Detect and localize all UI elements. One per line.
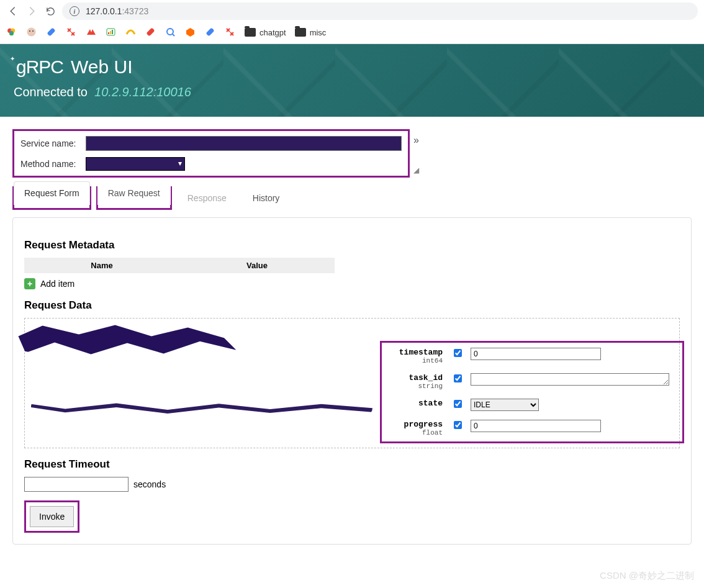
expand-icon[interactable]: » <box>413 135 419 146</box>
browser-chrome: i 127.0.0.1:43723 chatgpt misc <box>0 0 704 44</box>
svg-point-4 <box>27 28 36 37</box>
invoke-button[interactable]: Invoke <box>30 506 74 527</box>
field-enable-checkbox[interactable] <box>454 421 462 429</box>
forward-button[interactable] <box>25 4 38 18</box>
field-name: progress <box>388 420 443 429</box>
redacted-scribble <box>31 399 372 415</box>
bookmark-folder-label: chatgpt <box>259 28 286 37</box>
metadata-table: Name Value <box>24 258 335 273</box>
plus-icon: + <box>24 278 35 289</box>
bookmark-folder-chatgpt[interactable]: chatgpt <box>245 28 286 37</box>
bookmark-icon-10[interactable] <box>185 27 196 38</box>
metadata-col-value: Value <box>179 258 335 273</box>
app-header: gRPC Web UI Connected to 10.2.9.112:1001… <box>0 44 704 117</box>
svg-rect-9 <box>108 32 109 34</box>
timeout-unit-label: seconds <box>133 479 166 489</box>
field-row-task-id: task_id string <box>388 373 676 390</box>
svg-point-13 <box>167 29 173 35</box>
app-title: Web UI <box>71 57 132 78</box>
metadata-col-name: Name <box>24 258 179 273</box>
request-fields: timestamp int64 task_id string <box>380 341 684 443</box>
request-form-panel: Request Metadata Name Value + Add item R… <box>12 217 692 545</box>
field-row-state: state IDLE <box>388 399 676 411</box>
bookmark-icon-4[interactable] <box>66 27 77 38</box>
connected-address: 10.2.9.112:10016 <box>94 85 191 99</box>
field-type: int64 <box>388 357 443 364</box>
folder-icon <box>245 28 256 37</box>
field-type: float <box>388 429 443 436</box>
field-name: timestamp <box>388 348 443 357</box>
bookmark-icon-8[interactable] <box>145 27 156 38</box>
tab-response: Response <box>177 186 237 210</box>
field-input-timestamp[interactable] <box>471 348 601 360</box>
back-button[interactable] <box>6 4 20 18</box>
tab-history[interactable]: History <box>242 186 291 210</box>
field-enable-checkbox[interactable] <box>454 349 462 357</box>
timeout-input[interactable] <box>24 477 129 492</box>
url-host: 127.0.0.1 <box>86 6 122 16</box>
folder-icon <box>295 28 306 37</box>
bookmark-folder-label: misc <box>310 28 327 37</box>
bookmarks-bar: chatgpt misc <box>0 22 704 43</box>
svg-rect-10 <box>110 31 111 34</box>
svg-rect-12 <box>146 27 155 36</box>
method-name-label: Method name: <box>20 159 86 169</box>
main-content: » ◢ Service name: Method name: Request F… <box>0 117 704 557</box>
request-timeout-heading: Request Timeout <box>24 458 680 471</box>
request-metadata-heading: Request Metadata <box>24 239 680 251</box>
redacted-scribble <box>6 322 248 357</box>
svg-rect-16 <box>205 27 214 36</box>
grpc-logo: gRPC <box>14 57 63 78</box>
request-data-heading: Request Data <box>24 299 680 312</box>
field-enable-checkbox[interactable] <box>454 374 462 382</box>
add-item-label: Add item <box>40 279 74 289</box>
svg-point-5 <box>29 30 30 32</box>
bookmark-icon-2[interactable] <box>26 27 37 38</box>
service-name-label: Service name: <box>20 138 86 148</box>
bookmark-icon-9[interactable] <box>165 27 176 38</box>
service-method-selector: » ◢ Service name: Method name: <box>12 129 410 178</box>
field-row-timestamp: timestamp int64 <box>388 348 676 364</box>
tab-request-form[interactable]: Request Form <box>14 181 90 205</box>
svg-marker-15 <box>186 28 194 37</box>
svg-point-3 <box>10 30 12 33</box>
resize-handle-icon[interactable]: ◢ <box>413 166 419 174</box>
bookmark-icon-11[interactable] <box>205 27 216 38</box>
svg-point-6 <box>32 30 34 32</box>
method-name-select[interactable] <box>86 157 185 171</box>
svg-rect-7 <box>47 27 55 36</box>
bookmark-folder-misc[interactable]: misc <box>295 28 327 37</box>
field-select-state[interactable]: IDLE <box>471 399 539 411</box>
field-type: string <box>388 382 443 390</box>
tab-raw-request[interactable]: Raw Request <box>97 181 171 205</box>
field-name: state <box>388 399 443 408</box>
service-name-select[interactable] <box>86 136 402 151</box>
add-metadata-item[interactable]: + Add item <box>24 278 680 289</box>
bookmark-icon-6[interactable] <box>106 27 117 38</box>
address-bar[interactable]: i 127.0.0.1:43723 <box>62 2 698 20</box>
bookmark-icon-12[interactable] <box>225 27 236 38</box>
connected-label: Connected to <box>14 85 88 99</box>
field-input-task-id[interactable] <box>471 373 669 386</box>
field-row-progress: progress float <box>388 420 676 436</box>
tabs: Request Form Raw Request Response Histor… <box>12 186 692 210</box>
field-name: task_id <box>388 373 443 382</box>
bookmark-icon-1[interactable] <box>6 27 17 38</box>
browser-navbar: i 127.0.0.1:43723 <box>0 0 704 22</box>
site-info-icon[interactable]: i <box>70 6 79 16</box>
svg-line-14 <box>173 34 174 36</box>
bookmark-icon-3[interactable] <box>46 27 57 38</box>
url-port: :43723 <box>122 6 148 16</box>
field-input-progress[interactable] <box>471 420 601 432</box>
field-enable-checkbox[interactable] <box>454 400 462 408</box>
bookmark-icon-7[interactable] <box>125 27 137 38</box>
reload-button[interactable] <box>43 4 57 18</box>
request-data-box: timestamp int64 task_id string <box>24 318 680 448</box>
svg-rect-11 <box>112 30 113 34</box>
bookmark-icon-5[interactable] <box>86 27 97 38</box>
